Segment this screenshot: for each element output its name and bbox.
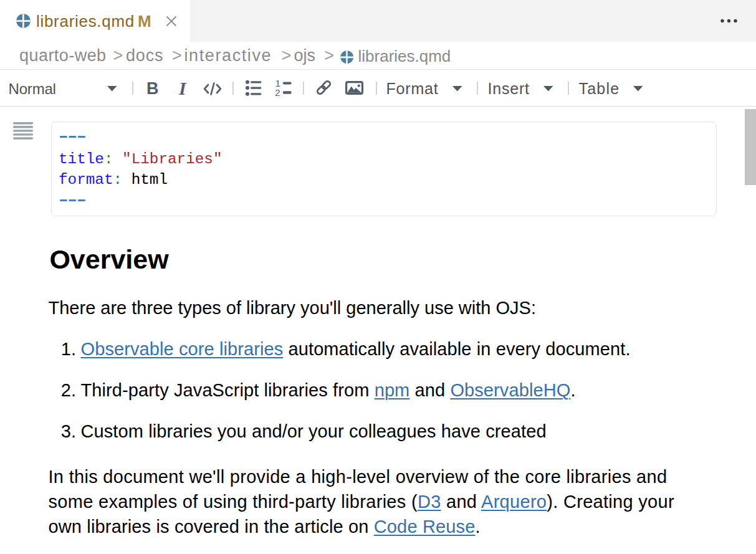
svg-text:2: 2 (275, 87, 280, 97)
